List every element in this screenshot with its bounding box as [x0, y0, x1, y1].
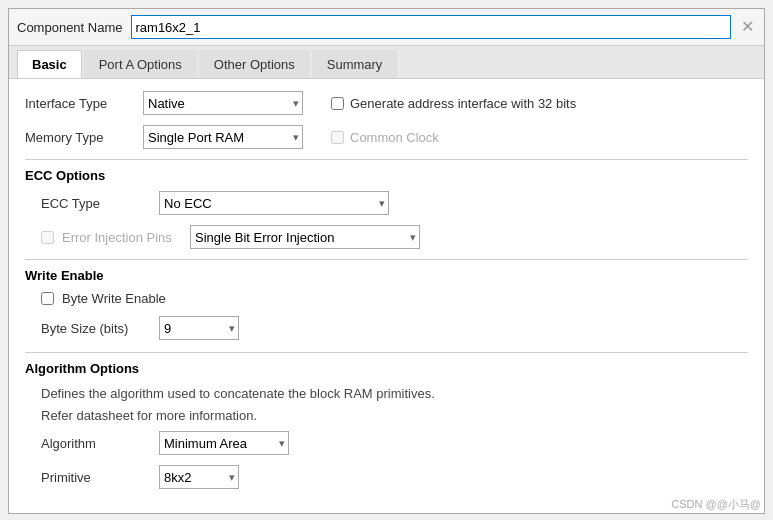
generate-address-row: Generate address interface with 32 bits	[331, 96, 576, 111]
byte-size-select[interactable]: 9 8	[159, 316, 239, 340]
component-name-row: Component Name ✕	[9, 9, 764, 46]
tab-port-a-options[interactable]: Port A Options	[84, 50, 197, 78]
algo-section-title: Algorithm Options	[25, 361, 748, 376]
interface-type-row: Interface Type Native AXI4 Generate addr…	[25, 91, 748, 115]
primitive-row: Primitive 8kx2 4kx2 2kx2	[25, 465, 748, 489]
common-clock-label: Common Clock	[350, 130, 439, 145]
ecc-type-label: ECC Type	[41, 196, 151, 211]
byte-size-label: Byte Size (bits)	[41, 321, 151, 336]
ecc-type-select[interactable]: No ECC Hamming Code ECC SECDED	[159, 191, 389, 215]
byte-size-select-wrapper: 9 8	[159, 316, 239, 340]
algorithm-select[interactable]: Minimum Area Low Power Fixed Primitives	[159, 431, 289, 455]
primitive-select-wrapper: 8kx2 4kx2 2kx2	[159, 465, 239, 489]
algorithm-options-section: Algorithm Options Defines the algorithm …	[25, 361, 748, 489]
divider-1	[25, 159, 748, 160]
generate-address-checkbox[interactable]	[331, 97, 344, 110]
divider-2	[25, 259, 748, 260]
algo-desc-block: Defines the algorithm used to concatenat…	[25, 384, 748, 425]
component-name-input[interactable]	[131, 15, 732, 39]
error-injection-select-wrapper: Single Bit Error Injection Double Bit Er…	[190, 225, 420, 249]
tab-other-options[interactable]: Other Options	[199, 50, 310, 78]
common-clock-row: Common Clock	[331, 130, 439, 145]
interface-type-select-wrapper: Native AXI4	[143, 91, 303, 115]
interface-type-select[interactable]: Native AXI4	[143, 91, 303, 115]
primitive-label: Primitive	[41, 470, 151, 485]
memory-type-label: Memory Type	[25, 130, 135, 145]
byte-write-enable-row: Byte Write Enable	[25, 291, 748, 306]
error-injection-row: Error Injection Pins Single Bit Error In…	[25, 225, 748, 249]
byte-write-enable-label: Byte Write Enable	[62, 291, 166, 306]
error-injection-checkbox[interactable]	[41, 231, 54, 244]
tab-basic[interactable]: Basic	[17, 50, 82, 78]
divider-3	[25, 352, 748, 353]
write-enable-section: Write Enable Byte Write Enable Byte Size…	[25, 268, 748, 340]
error-injection-select[interactable]: Single Bit Error Injection Double Bit Er…	[190, 225, 420, 249]
memory-type-select-wrapper: Single Port RAM Simple Dual Port RAM Tru…	[143, 125, 303, 149]
byte-write-enable-checkbox[interactable]	[41, 292, 54, 305]
common-clock-checkbox[interactable]	[331, 131, 344, 144]
content-area: Interface Type Native AXI4 Generate addr…	[9, 79, 764, 513]
write-enable-title: Write Enable	[25, 268, 748, 283]
ecc-options-section: ECC Options ECC Type No ECC Hamming Code…	[25, 168, 748, 249]
memory-type-row: Memory Type Single Port RAM Simple Dual …	[25, 125, 748, 149]
tab-summary[interactable]: Summary	[312, 50, 398, 78]
algo-desc-line1: Defines the algorithm used to concatenat…	[41, 384, 748, 404]
tabs-row: Basic Port A Options Other Options Summa…	[9, 46, 764, 79]
algorithm-row: Algorithm Minimum Area Low Power Fixed P…	[25, 431, 748, 455]
memory-type-select[interactable]: Single Port RAM Simple Dual Port RAM Tru…	[143, 125, 303, 149]
clear-icon[interactable]: ✕	[739, 19, 756, 35]
ecc-type-select-wrapper: No ECC Hamming Code ECC SECDED	[159, 191, 389, 215]
byte-size-row: Byte Size (bits) 9 8	[25, 316, 748, 340]
watermark: CSDN @@小马@	[671, 497, 761, 512]
ecc-section-title: ECC Options	[25, 168, 748, 183]
component-name-label: Component Name	[17, 20, 123, 35]
primitive-select[interactable]: 8kx2 4kx2 2kx2	[159, 465, 239, 489]
generate-address-label: Generate address interface with 32 bits	[350, 96, 576, 111]
ecc-type-row: ECC Type No ECC Hamming Code ECC SECDED	[25, 191, 748, 215]
algo-desc-line2: Refer datasheet for more information.	[41, 406, 748, 426]
error-injection-label: Error Injection Pins	[62, 230, 182, 245]
algorithm-label: Algorithm	[41, 436, 151, 451]
interface-type-label: Interface Type	[25, 96, 135, 111]
algorithm-select-wrapper: Minimum Area Low Power Fixed Primitives	[159, 431, 289, 455]
main-container: Component Name ✕ Basic Port A Options Ot…	[8, 8, 765, 514]
